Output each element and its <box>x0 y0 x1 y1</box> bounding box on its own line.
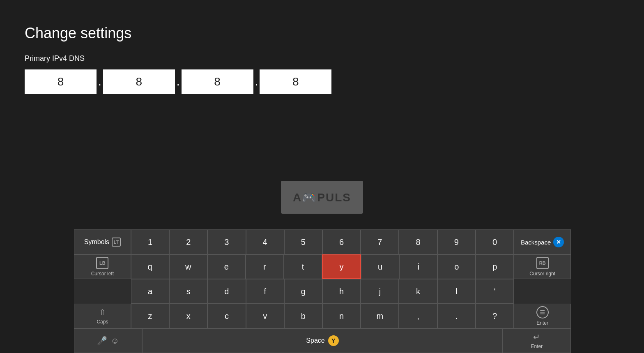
key-empty-left <box>74 279 131 304</box>
key-s[interactable]: s <box>169 279 207 304</box>
lt-icon: LT <box>112 238 121 247</box>
keyboard-row-5: 🎤 ☺ Space Y ↵ Enter <box>74 328 571 353</box>
backspace-label: Backspace <box>521 239 551 246</box>
key-i[interactable]: i <box>399 254 437 279</box>
page-title: Change settings <box>25 25 619 42</box>
key-y[interactable]: y <box>322 254 361 279</box>
key-7[interactable]: 7 <box>361 230 399 254</box>
enter-icon: ≡ <box>536 306 549 318</box>
dns-sep-1: . <box>97 75 103 88</box>
key-period[interactable]: . <box>437 304 476 328</box>
key-t[interactable]: t <box>284 254 322 279</box>
key-3[interactable]: 3 <box>207 230 246 254</box>
key-1[interactable]: 1 <box>131 230 169 254</box>
key-z[interactable]: z <box>131 304 169 328</box>
key-cursor-right[interactable]: RB Cursor right <box>514 254 571 279</box>
key-enter-bottom[interactable]: ↵ Enter <box>503 328 571 353</box>
key-k[interactable]: k <box>399 279 437 304</box>
keyboard-row-1: Symbols LT 1 2 3 4 5 6 7 8 9 0 Backspace… <box>74 230 571 254</box>
key-h[interactable]: h <box>322 279 361 304</box>
key-p[interactable]: p <box>476 254 514 279</box>
dns-sep-2: . <box>175 75 182 88</box>
key-question[interactable]: ? <box>476 304 514 328</box>
key-0[interactable]: 0 <box>476 230 514 254</box>
emoji-icon: ☺ <box>110 336 119 346</box>
enter-bottom-label: Enter <box>531 344 543 349</box>
key-l[interactable]: l <box>437 279 476 304</box>
key-apostrophe[interactable]: ' <box>476 279 514 304</box>
cursor-left-label: Cursor left <box>91 271 114 277</box>
key-f[interactable]: f <box>246 279 284 304</box>
key-symbols[interactable]: Symbols LT <box>74 230 131 254</box>
key-u[interactable]: u <box>361 254 399 279</box>
dns-label: Primary IPv4 DNS <box>25 54 619 63</box>
cursor-right-label: Cursor right <box>529 271 555 277</box>
key-9[interactable]: 9 <box>437 230 476 254</box>
key-v[interactable]: v <box>246 304 284 328</box>
key-2[interactable]: 2 <box>169 230 207 254</box>
key-e[interactable]: e <box>207 254 246 279</box>
lb-icon: LB <box>96 257 108 269</box>
key-d[interactable]: d <box>207 279 246 304</box>
watermark-text: A🎮PULS <box>293 191 351 204</box>
mic-icon: 🎤 <box>97 336 107 346</box>
key-n[interactable]: n <box>322 304 361 328</box>
key-c[interactable]: c <box>207 304 246 328</box>
key-5[interactable]: 5 <box>284 230 322 254</box>
keyboard-row-4: ⇧ Caps z x c v b n m , . ? ≡ Enter <box>74 304 571 328</box>
key-voice-area[interactable]: 🎤 ☺ <box>74 328 142 353</box>
backspace-icon: ✕ <box>553 237 564 247</box>
key-r[interactable]: r <box>246 254 284 279</box>
key-space[interactable]: Space Y <box>142 328 503 353</box>
top-section: Change settings Primary IPv4 DNS . . . <box>0 0 644 111</box>
key-6[interactable]: 6 <box>322 230 361 254</box>
key-g[interactable]: g <box>284 279 322 304</box>
key-4[interactable]: 4 <box>246 230 284 254</box>
key-x[interactable]: x <box>169 304 207 328</box>
key-o[interactable]: o <box>437 254 476 279</box>
keyboard: Symbols LT 1 2 3 4 5 6 7 8 9 0 Backspace… <box>74 229 571 353</box>
key-enter[interactable]: ≡ Enter <box>514 304 571 328</box>
dns-field-1[interactable] <box>25 69 97 94</box>
space-label: Space <box>306 337 324 344</box>
dns-field-2[interactable] <box>103 69 175 94</box>
key-w[interactable]: w <box>169 254 207 279</box>
rb-icon: RB <box>536 257 549 269</box>
key-empty-right <box>514 279 571 304</box>
key-cursor-left[interactable]: LB Cursor left <box>74 254 131 279</box>
keyboard-row-2: LB Cursor left q w e r t y u i o p RB Cu… <box>74 254 571 279</box>
key-comma[interactable]: , <box>399 304 437 328</box>
key-a[interactable]: a <box>131 279 169 304</box>
dns-fields: . . . <box>25 69 619 94</box>
dns-sep-3: . <box>253 75 260 88</box>
key-j[interactable]: j <box>361 279 399 304</box>
key-8[interactable]: 8 <box>399 230 437 254</box>
enter-label: Enter <box>536 320 548 326</box>
key-caps[interactable]: ⇧ Caps <box>74 304 131 328</box>
symbols-label: Symbols <box>84 238 109 246</box>
key-backspace[interactable]: Backspace ✕ <box>514 230 571 254</box>
enter-bottom-icon: ↵ <box>533 332 540 342</box>
dns-field-4[interactable] <box>260 69 331 94</box>
key-b[interactable]: b <box>284 304 322 328</box>
y-button-icon: Y <box>328 335 339 346</box>
watermark: A🎮PULS <box>281 181 363 214</box>
key-q[interactable]: q <box>131 254 169 279</box>
key-m[interactable]: m <box>361 304 399 328</box>
dns-field-3[interactable] <box>182 69 253 94</box>
keyboard-row-3: a s d f g h j k l ' <box>74 279 571 304</box>
caps-label: Caps <box>97 319 108 325</box>
caps-icon: ⇧ <box>99 307 106 317</box>
